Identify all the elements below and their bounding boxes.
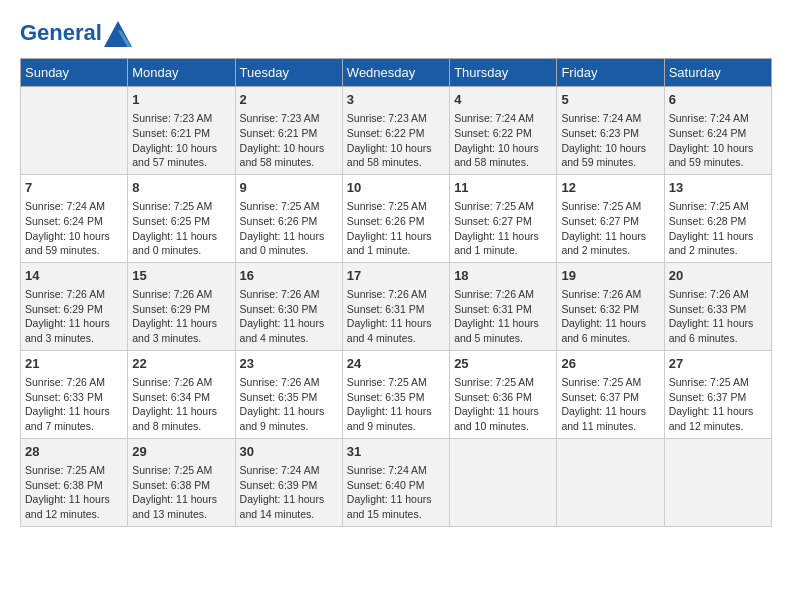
day-info: Sunrise: 7:23 AMSunset: 6:22 PMDaylight:…: [347, 111, 445, 170]
calendar-cell: 14Sunrise: 7:26 AMSunset: 6:29 PMDayligh…: [21, 262, 128, 350]
week-row-3: 14Sunrise: 7:26 AMSunset: 6:29 PMDayligh…: [21, 262, 772, 350]
calendar-cell: 19Sunrise: 7:26 AMSunset: 6:32 PMDayligh…: [557, 262, 664, 350]
header-day-sunday: Sunday: [21, 59, 128, 87]
day-number: 21: [25, 355, 123, 373]
day-info: Sunrise: 7:23 AMSunset: 6:21 PMDaylight:…: [132, 111, 230, 170]
calendar-cell: 9Sunrise: 7:25 AMSunset: 6:26 PMDaylight…: [235, 174, 342, 262]
calendar-cell: 12Sunrise: 7:25 AMSunset: 6:27 PMDayligh…: [557, 174, 664, 262]
day-number: 17: [347, 267, 445, 285]
day-info: Sunrise: 7:25 AMSunset: 6:36 PMDaylight:…: [454, 375, 552, 434]
logo-text: General: [20, 20, 132, 48]
day-number: 28: [25, 443, 123, 461]
day-number: 5: [561, 91, 659, 109]
calendar-cell: 26Sunrise: 7:25 AMSunset: 6:37 PMDayligh…: [557, 350, 664, 438]
calendar-cell: 2Sunrise: 7:23 AMSunset: 6:21 PMDaylight…: [235, 87, 342, 175]
day-number: 24: [347, 355, 445, 373]
day-info: Sunrise: 7:25 AMSunset: 6:27 PMDaylight:…: [454, 199, 552, 258]
calendar-cell: [557, 438, 664, 526]
calendar-cell: [21, 87, 128, 175]
day-number: 29: [132, 443, 230, 461]
day-info: Sunrise: 7:24 AMSunset: 6:23 PMDaylight:…: [561, 111, 659, 170]
day-info: Sunrise: 7:25 AMSunset: 6:26 PMDaylight:…: [347, 199, 445, 258]
day-info: Sunrise: 7:23 AMSunset: 6:21 PMDaylight:…: [240, 111, 338, 170]
logo: General: [20, 20, 132, 48]
day-number: 26: [561, 355, 659, 373]
calendar-cell: [664, 438, 771, 526]
calendar-cell: 29Sunrise: 7:25 AMSunset: 6:38 PMDayligh…: [128, 438, 235, 526]
week-row-1: 1Sunrise: 7:23 AMSunset: 6:21 PMDaylight…: [21, 87, 772, 175]
day-number: 6: [669, 91, 767, 109]
day-info: Sunrise: 7:26 AMSunset: 6:29 PMDaylight:…: [25, 287, 123, 346]
calendar-cell: 24Sunrise: 7:25 AMSunset: 6:35 PMDayligh…: [342, 350, 449, 438]
day-number: 7: [25, 179, 123, 197]
calendar-cell: 8Sunrise: 7:25 AMSunset: 6:25 PMDaylight…: [128, 174, 235, 262]
calendar-cell: 21Sunrise: 7:26 AMSunset: 6:33 PMDayligh…: [21, 350, 128, 438]
day-number: 30: [240, 443, 338, 461]
day-number: 20: [669, 267, 767, 285]
day-number: 25: [454, 355, 552, 373]
calendar-cell: 31Sunrise: 7:24 AMSunset: 6:40 PMDayligh…: [342, 438, 449, 526]
calendar-cell: 17Sunrise: 7:26 AMSunset: 6:31 PMDayligh…: [342, 262, 449, 350]
calendar-cell: 4Sunrise: 7:24 AMSunset: 6:22 PMDaylight…: [450, 87, 557, 175]
calendar-cell: 3Sunrise: 7:23 AMSunset: 6:22 PMDaylight…: [342, 87, 449, 175]
day-info: Sunrise: 7:26 AMSunset: 6:29 PMDaylight:…: [132, 287, 230, 346]
day-info: Sunrise: 7:24 AMSunset: 6:39 PMDaylight:…: [240, 463, 338, 522]
calendar-cell: 18Sunrise: 7:26 AMSunset: 6:31 PMDayligh…: [450, 262, 557, 350]
calendar-cell: [450, 438, 557, 526]
calendar-cell: 6Sunrise: 7:24 AMSunset: 6:24 PMDaylight…: [664, 87, 771, 175]
calendar-cell: 28Sunrise: 7:25 AMSunset: 6:38 PMDayligh…: [21, 438, 128, 526]
day-info: Sunrise: 7:26 AMSunset: 6:31 PMDaylight:…: [454, 287, 552, 346]
calendar-cell: 1Sunrise: 7:23 AMSunset: 6:21 PMDaylight…: [128, 87, 235, 175]
calendar-cell: 20Sunrise: 7:26 AMSunset: 6:33 PMDayligh…: [664, 262, 771, 350]
day-info: Sunrise: 7:26 AMSunset: 6:34 PMDaylight:…: [132, 375, 230, 434]
week-row-2: 7Sunrise: 7:24 AMSunset: 6:24 PMDaylight…: [21, 174, 772, 262]
day-info: Sunrise: 7:25 AMSunset: 6:38 PMDaylight:…: [132, 463, 230, 522]
day-info: Sunrise: 7:26 AMSunset: 6:32 PMDaylight:…: [561, 287, 659, 346]
header-day-friday: Friday: [557, 59, 664, 87]
day-info: Sunrise: 7:25 AMSunset: 6:38 PMDaylight:…: [25, 463, 123, 522]
day-info: Sunrise: 7:24 AMSunset: 6:40 PMDaylight:…: [347, 463, 445, 522]
day-info: Sunrise: 7:26 AMSunset: 6:35 PMDaylight:…: [240, 375, 338, 434]
day-number: 23: [240, 355, 338, 373]
calendar-cell: 15Sunrise: 7:26 AMSunset: 6:29 PMDayligh…: [128, 262, 235, 350]
calendar-cell: 23Sunrise: 7:26 AMSunset: 6:35 PMDayligh…: [235, 350, 342, 438]
day-number: 1: [132, 91, 230, 109]
day-info: Sunrise: 7:26 AMSunset: 6:31 PMDaylight:…: [347, 287, 445, 346]
header-row: SundayMondayTuesdayWednesdayThursdayFrid…: [21, 59, 772, 87]
calendar-cell: 25Sunrise: 7:25 AMSunset: 6:36 PMDayligh…: [450, 350, 557, 438]
day-info: Sunrise: 7:25 AMSunset: 6:37 PMDaylight:…: [669, 375, 767, 434]
day-number: 4: [454, 91, 552, 109]
day-number: 9: [240, 179, 338, 197]
day-info: Sunrise: 7:26 AMSunset: 6:30 PMDaylight:…: [240, 287, 338, 346]
day-number: 14: [25, 267, 123, 285]
day-number: 11: [454, 179, 552, 197]
day-number: 8: [132, 179, 230, 197]
calendar-cell: 27Sunrise: 7:25 AMSunset: 6:37 PMDayligh…: [664, 350, 771, 438]
calendar-cell: 10Sunrise: 7:25 AMSunset: 6:26 PMDayligh…: [342, 174, 449, 262]
calendar-cell: 16Sunrise: 7:26 AMSunset: 6:30 PMDayligh…: [235, 262, 342, 350]
day-info: Sunrise: 7:24 AMSunset: 6:22 PMDaylight:…: [454, 111, 552, 170]
calendar-cell: 11Sunrise: 7:25 AMSunset: 6:27 PMDayligh…: [450, 174, 557, 262]
header-day-saturday: Saturday: [664, 59, 771, 87]
day-number: 3: [347, 91, 445, 109]
header-day-thursday: Thursday: [450, 59, 557, 87]
day-number: 2: [240, 91, 338, 109]
calendar-cell: 5Sunrise: 7:24 AMSunset: 6:23 PMDaylight…: [557, 87, 664, 175]
header-day-tuesday: Tuesday: [235, 59, 342, 87]
day-info: Sunrise: 7:24 AMSunset: 6:24 PMDaylight:…: [25, 199, 123, 258]
day-number: 18: [454, 267, 552, 285]
day-info: Sunrise: 7:24 AMSunset: 6:24 PMDaylight:…: [669, 111, 767, 170]
day-info: Sunrise: 7:25 AMSunset: 6:28 PMDaylight:…: [669, 199, 767, 258]
header-day-wednesday: Wednesday: [342, 59, 449, 87]
day-number: 19: [561, 267, 659, 285]
day-number: 16: [240, 267, 338, 285]
week-row-5: 28Sunrise: 7:25 AMSunset: 6:38 PMDayligh…: [21, 438, 772, 526]
day-number: 13: [669, 179, 767, 197]
calendar-cell: 7Sunrise: 7:24 AMSunset: 6:24 PMDaylight…: [21, 174, 128, 262]
calendar-cell: 13Sunrise: 7:25 AMSunset: 6:28 PMDayligh…: [664, 174, 771, 262]
day-info: Sunrise: 7:25 AMSunset: 6:27 PMDaylight:…: [561, 199, 659, 258]
day-number: 22: [132, 355, 230, 373]
calendar-table: SundayMondayTuesdayWednesdayThursdayFrid…: [20, 58, 772, 527]
day-info: Sunrise: 7:25 AMSunset: 6:37 PMDaylight:…: [561, 375, 659, 434]
page-header: General: [20, 20, 772, 48]
